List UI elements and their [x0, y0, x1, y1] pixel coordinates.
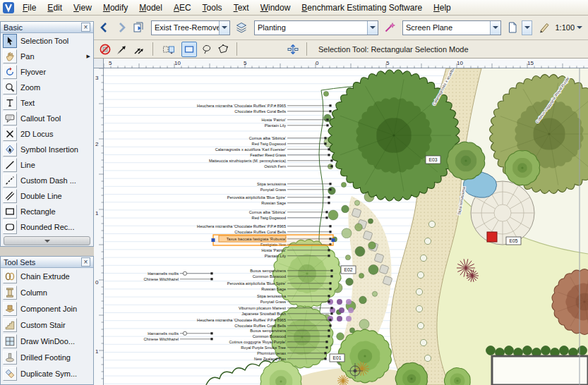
lasso-marquee-button[interactable] [198, 42, 214, 57]
rectangular-marquee-button[interactable] [181, 42, 197, 57]
layer-dropdown[interactable]: Exist Tree-Remove [151, 20, 230, 35]
tool-double-line[interactable]: Double Line [1, 188, 93, 204]
menu-window[interactable]: Window [255, 1, 296, 14]
menu-edit[interactable]: Edit [42, 1, 68, 14]
menu-help[interactable]: Help [428, 1, 457, 14]
menu-modify[interactable]: Modify [97, 1, 133, 14]
tool-sets-palette-titlebar[interactable]: Tool Sets × [1, 257, 93, 268]
svg-text:Common Boxwood: Common Boxwood [253, 274, 286, 279]
svg-text:Hosta 'Patriot': Hosta 'Patriot' [262, 118, 286, 122]
selection-handle[interactable] [212, 238, 215, 242]
locus-icon [3, 127, 17, 141]
svg-text:Viburnum plicatum Mariesii: Viburnum plicatum Mariesii [239, 306, 286, 310]
joint-icon [3, 302, 17, 316]
line-icon [3, 158, 17, 172]
tool-custom-dash[interactable]: Custom Dash ... [1, 173, 93, 188]
pen-style-button[interactable] [536, 20, 552, 35]
ref-marker[interactable]: E05 [506, 237, 521, 245]
tool-text[interactable]: Text [1, 95, 93, 111]
menu-tools[interactable]: Tools [197, 1, 228, 14]
scale-chevron-icon[interactable] [577, 26, 582, 32]
page-chevron-icon[interactable] [522, 20, 532, 35]
tool-duplicate-sym[interactable]: Duplicate Sym... [1, 365, 93, 381]
layer-options-button[interactable] [234, 20, 249, 35]
cursor-icon [3, 34, 17, 48]
svg-text:Buxus sempervirens: Buxus sempervirens [250, 329, 286, 333]
tool-flyover[interactable]: Flyover [1, 64, 93, 80]
svg-text:Heuchera micrantha 'Chocolate: Heuchera micrantha 'Chocolate Ruffles' P… [197, 318, 286, 322]
tool-rounded-rec[interactable]: Rounded Rec... [1, 219, 93, 235]
svg-text:0: 0 [95, 279, 99, 286]
selection-box[interactable] [213, 235, 333, 245]
move-by-points-button[interactable] [114, 42, 130, 57]
tool-pan[interactable]: Pan▶ [1, 49, 93, 64]
chevron-down-icon[interactable] [490, 21, 500, 35]
menu-benchmark-estimating-software[interactable]: Benchmark Estimating Software [296, 1, 428, 14]
selection-handle[interactable] [332, 238, 335, 242]
building[interactable] [492, 356, 588, 385]
ref-marker[interactable]: E03 [426, 156, 440, 164]
saved-views-button[interactable] [131, 20, 146, 35]
tool-component-join[interactable]: Component Join [1, 300, 93, 317]
close-icon[interactable]: × [81, 23, 90, 32]
rect-icon [3, 204, 17, 219]
tool-symbol-insertion[interactable]: Symbol Insertion [1, 142, 93, 157]
tool-label: Rectangle [20, 207, 56, 216]
forward-view-button[interactable] [114, 20, 129, 35]
svg-text:E05: E05 [509, 238, 517, 243]
tool-drilled-footing[interactable]: Drilled Footing [1, 349, 93, 365]
chevron-down-icon[interactable] [219, 21, 229, 35]
back-view-button[interactable] [97, 20, 112, 35]
menu-model[interactable]: Model [133, 1, 168, 14]
page-setup-button[interactable] [505, 20, 520, 35]
svg-text:Royal Purple Smoke Tree: Royal Purple Smoke Tree [241, 346, 286, 350]
tree-symbol[interactable] [505, 150, 539, 185]
basic-palette: Basic × Selection ToolPan▶FlyoverZoomTex… [0, 21, 94, 247]
palette-expander[interactable] [4, 236, 90, 245]
class-dropdown[interactable]: Planting [254, 20, 378, 35]
tool-line[interactable]: Line [1, 157, 93, 173]
tool-callout-tool[interactable]: Callout Tool [1, 111, 93, 126]
magic-wand-button[interactable] [382, 20, 397, 35]
menu-text[interactable]: Text [228, 1, 255, 14]
text-icon [3, 96, 17, 110]
ref-marker[interactable]: E02 [341, 266, 356, 274]
drawing-area[interactable]: 5105051015 32101 [94, 59, 588, 385]
marquee-options-button[interactable] [157, 42, 180, 57]
menu-aec[interactable]: AEC [168, 1, 197, 14]
red-marker[interactable] [487, 232, 497, 242]
duplicate-move-button[interactable] [131, 42, 147, 57]
plane-dropd0wn[interactable]: Screen Plane [402, 20, 501, 35]
tool-draw-windoo[interactable]: Draw WinDoo... [1, 333, 93, 349]
ref-marker[interactable]: E01 [330, 354, 344, 362]
tool-selection-tool[interactable]: Selection Tool [1, 33, 93, 49]
close-icon[interactable]: × [81, 257, 90, 267]
tool-custom-stair[interactable]: Custom Stair [1, 317, 93, 333]
svg-text:Buxus sempervirens: Buxus sempervirens [250, 269, 286, 273]
plane-value: Screen Plane [403, 23, 490, 32]
chevron-down-icon[interactable] [367, 21, 378, 35]
tool-chain-extrude[interactable]: Chain Extrude [1, 268, 93, 284]
svg-text:Chinese Witchhazel: Chinese Witchhazel [144, 277, 179, 281]
tool-2d-locus[interactable]: 2D Locus [1, 126, 93, 142]
plan-drawing[interactable]: Calamagrostis x acutiflora 'Karl Foerste… [104, 68, 588, 385]
interactive-scaling-button[interactable] [285, 42, 301, 57]
tool-zoom[interactable]: Zoom [1, 80, 93, 95]
tool-column[interactable]: Column [1, 284, 93, 300]
tool-label: Duplicate Sym... [20, 369, 77, 378]
svg-text:Stipa tenuissima: Stipa tenuissima [257, 182, 287, 186]
ruler-corner [94, 59, 104, 68]
svg-text:Ponytail Grass: Ponytail Grass [260, 188, 287, 192]
callout-icon [3, 111, 17, 126]
tree-symbol[interactable] [339, 329, 392, 383]
svg-text:3: 3 [95, 75, 99, 81]
snap-disable-button[interactable] [97, 42, 113, 57]
polygon-marquee-button[interactable] [215, 42, 231, 57]
basic-palette-titlebar[interactable]: Basic × [1, 22, 93, 33]
tree-symbol[interactable] [447, 142, 485, 180]
tool-label: Text [20, 99, 35, 107]
scale-value[interactable]: 1:100 [555, 23, 575, 32]
menu-file[interactable]: File [17, 1, 42, 14]
menu-view[interactable]: View [68, 1, 97, 14]
tool-rectangle[interactable]: Rectangle [1, 204, 93, 219]
